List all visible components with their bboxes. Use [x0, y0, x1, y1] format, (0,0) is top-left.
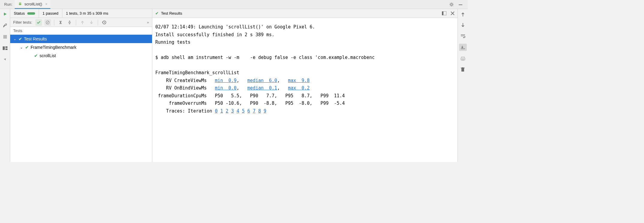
close-tab-icon[interactable]: ×: [45, 2, 48, 6]
link-bind-med[interactable]: median 0.1: [247, 85, 277, 91]
layout-icon[interactable]: [2, 45, 8, 51]
tree-class-label: FrameTimingBenchmark: [31, 45, 76, 50]
prev-failed-icon[interactable]: [79, 19, 86, 26]
iteration-link[interactable]: 6: [247, 108, 250, 114]
test-tree[interactable]: ⌄ Test Results ⌄ FrameTimingBenchmark sc…: [10, 35, 152, 162]
tree-test-scrolllist[interactable]: scrollList: [10, 51, 152, 60]
svg-rect-0: [19, 3, 21, 5]
chevron-down-icon[interactable]: ⌄: [13, 37, 17, 41]
link-bind-min[interactable]: min 0.0: [215, 85, 237, 91]
iteration-link[interactable]: 9: [264, 108, 266, 114]
right-tool-rail: [458, 9, 468, 162]
iteration-link[interactable]: 1: [220, 108, 223, 114]
left-tool-rail: [0, 9, 10, 162]
status-label: Status: [14, 11, 25, 16]
pass-icon: [155, 11, 159, 16]
trash-icon[interactable]: [460, 66, 466, 72]
iteration-link[interactable]: 7: [253, 108, 255, 114]
svg-rect-4: [459, 4, 462, 5]
svg-rect-15: [461, 58, 465, 60]
tests-column-header: Tests: [10, 27, 152, 35]
iteration-link[interactable]: 2: [226, 108, 228, 114]
close-console-icon[interactable]: [451, 11, 455, 15]
svg-rect-5: [3, 35, 7, 39]
svg-rect-8: [5, 48, 7, 50]
svg-rect-13: [442, 11, 443, 15]
iteration-link[interactable]: 8: [258, 108, 261, 114]
svg-rect-19: [462, 67, 464, 68]
console-title: Test Results: [161, 11, 182, 16]
run-label: Run:: [2, 2, 15, 7]
status-bar: Status 1 passed 1 tests, 3 m 35 s 309 ms: [10, 9, 152, 18]
svg-point-2: [20, 2, 21, 3]
iteration-link[interactable]: 4: [237, 108, 239, 114]
print-icon[interactable]: [460, 56, 466, 62]
filter-label: Filter tests:: [13, 20, 32, 25]
link-create-med[interactable]: median 6.0: [247, 78, 277, 83]
scroll-up-icon[interactable]: [460, 11, 466, 17]
android-run-icon: [18, 1, 22, 6]
filter-overflow-icon[interactable]: »: [147, 20, 149, 25]
link-bind-max[interactable]: max 0.2: [288, 85, 310, 91]
svg-point-1: [19, 2, 20, 3]
run-icon[interactable]: [2, 11, 8, 17]
iteration-link[interactable]: 5: [242, 108, 245, 114]
status-indicator: [27, 12, 35, 15]
svg-line-10: [46, 21, 49, 24]
expand-all-icon[interactable]: [57, 19, 64, 26]
filter-toolbar: Filter tests: »: [10, 18, 152, 27]
run-tab-bar: Run: scrollList() ×: [0, 0, 468, 9]
scroll-to-end-icon[interactable]: [459, 44, 467, 51]
layout-toggle-icon[interactable]: [442, 11, 446, 15]
svg-rect-7: [5, 46, 7, 48]
tree-root-test-results[interactable]: ⌄ Test Results: [10, 35, 152, 43]
iteration-link[interactable]: 3: [231, 108, 234, 114]
console-panel: Test Results 02/07 12:14:49: Launching '…: [152, 9, 468, 162]
status-summary: 1 tests, 3 m 35 s 309 ms: [66, 11, 109, 16]
console-header: Test Results: [152, 9, 458, 18]
soft-wrap-icon[interactable]: [460, 33, 466, 39]
wrench-icon[interactable]: [2, 23, 8, 28]
stop-icon[interactable]: [2, 34, 8, 40]
console-output[interactable]: 02/07 12:14:49: Launching 'scrollList()'…: [152, 18, 458, 120]
test-history-icon[interactable]: [101, 19, 108, 26]
svg-point-3: [451, 4, 452, 5]
pin-icon[interactable]: [2, 57, 8, 62]
test-tree-panel: Status 1 passed 1 tests, 3 m 35 s 309 ms…: [10, 9, 152, 162]
status-passed: 1 passed: [43, 11, 58, 16]
pass-icon: [19, 37, 22, 41]
filter-passed-icon[interactable]: [35, 19, 42, 26]
tree-root-label: Test Results: [24, 37, 47, 41]
chevron-down-icon[interactable]: ⌄: [19, 45, 23, 49]
svg-rect-17: [461, 68, 464, 72]
run-tab-title: scrollList(): [24, 2, 42, 6]
run-tab-scrolllist[interactable]: scrollList() ×: [15, 0, 50, 9]
pass-icon: [25, 45, 29, 50]
filter-disabled-icon[interactable]: [44, 19, 51, 26]
tree-test-label: scrollList: [40, 53, 56, 58]
minimize-icon[interactable]: [458, 2, 463, 7]
next-failed-icon[interactable]: [88, 19, 95, 26]
scroll-down-icon[interactable]: [460, 22, 466, 28]
collapse-all-icon[interactable]: [66, 19, 73, 26]
gear-icon[interactable]: [449, 2, 454, 7]
pass-icon: [34, 53, 38, 58]
iteration-link[interactable]: 0: [215, 108, 218, 114]
svg-rect-6: [3, 46, 5, 50]
tree-class-frametimingbenchmark[interactable]: ⌄ FrameTimingBenchmark: [10, 43, 152, 51]
link-create-max[interactable]: max 9.8: [288, 78, 310, 83]
link-create-min[interactable]: min 0.9: [215, 78, 237, 83]
